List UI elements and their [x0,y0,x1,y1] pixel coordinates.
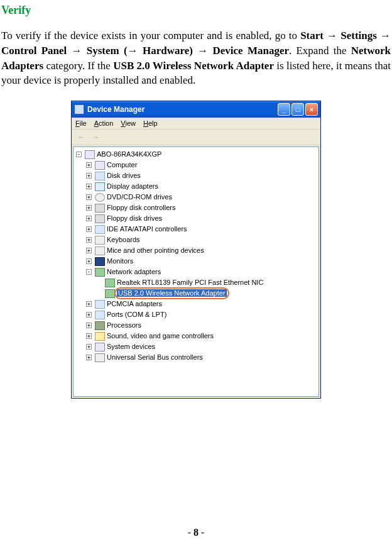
label: Computer [107,160,137,170]
spacer [96,290,102,296]
bold-dm: Device Manager [212,45,289,57]
device-icon [95,246,105,255]
tree-item[interactable]: +Display adapters [76,181,316,192]
bold-start: Start [300,30,324,41]
arrow: → [128,45,143,57]
nic-icon [105,279,115,287]
expand-icon[interactable]: + [86,216,92,221]
window-title: Device Manager [87,105,278,114]
device-tree[interactable]: - ABO-86RA34K4XGP +Computer+Disk drives+… [73,147,319,397]
expand-icon[interactable]: + [86,194,92,200]
tree-item[interactable]: +Monitors [76,256,316,267]
tree-item[interactable]: +IDE ATA/ATAPI controllers [76,224,316,235]
tree-root[interactable]: - ABO-86RA34K4XGP [76,149,316,160]
menu-view[interactable]: View [121,119,136,127]
tree-item[interactable]: +Computer [76,160,316,170]
menu-file[interactable]: File [75,119,87,127]
label: Processors [107,320,141,331]
highlighted-item: USB 2.0 Wireless Network Adapter [117,288,227,299]
label: Realtek RTL8139 Family PCI Fast Ethernet… [117,277,263,288]
expand-icon[interactable]: + [86,312,92,318]
device-icon [95,193,105,202]
bold-cp: Control Panel [1,45,67,57]
maximize-button[interactable]: □ [291,103,304,116]
bold-usb: USB 2.0 Wireless Network Adapter [113,60,274,72]
expand-icon[interactable]: + [86,226,92,232]
label: Display adapters [107,181,158,192]
nic-icon [105,289,115,298]
tree-item[interactable]: +Sound, video and game controllers [76,331,316,341]
bold-settings: Settings [340,30,377,41]
tree-item[interactable]: +PCMCIA adapters [76,299,316,309]
network-icon [95,268,105,277]
device-icon [95,257,105,266]
tree-item[interactable]: +System devices [76,341,316,352]
collapse-icon[interactable]: - [76,152,82,157]
tree-item[interactable]: +Universal Serial Bus controllers [76,352,316,363]
tree-item[interactable]: +Disk drives [76,170,316,181]
bold-hardware: Hardware [143,45,189,57]
label: Floppy disk controllers [107,202,175,213]
computer-icon [85,150,95,159]
tree-item-network[interactable]: - Network adapters [76,267,316,277]
device-icon [95,204,105,213]
arrow: → [193,45,213,57]
label: Floppy disk drives [107,213,162,224]
device-icon [95,225,105,234]
tree-item-usb-wireless[interactable]: USB 2.0 Wireless Network Adapter [76,288,316,299]
label: Disk drives [107,170,141,181]
device-icon [95,353,105,362]
arrow: → [324,30,340,41]
tree-item[interactable]: +Ports (COM & LPT) [76,309,316,320]
label: System devices [107,341,155,352]
label: Network adapters [107,267,161,277]
menu-action[interactable]: Action [94,119,114,127]
expand-icon[interactable]: + [86,355,92,360]
back-button[interactable]: ← [75,131,87,143]
tree-item-nic[interactable]: Realtek RTL8139 Family PCI Fast Ethernet… [76,277,316,288]
expand-icon[interactable]: + [86,237,92,243]
tree-item[interactable]: +Floppy disk controllers [76,202,316,213]
expand-icon[interactable]: + [86,173,92,179]
collapse-icon[interactable]: - [86,269,92,275]
label: PCMCIA adapters [107,299,162,309]
expand-icon[interactable]: + [86,248,92,253]
tree-item[interactable]: +DVD/CD-ROM drives [76,192,316,202]
lparen: ( [119,45,128,57]
label: DVD/CD-ROM drives [107,192,172,202]
tree-item[interactable]: +Keyboards [76,235,316,245]
device-icon [95,321,105,330]
label: Sound, video and game controllers [107,331,214,341]
device-icon [95,236,105,245]
text: . Expand the [289,45,351,57]
expand-icon[interactable]: + [86,184,92,189]
expand-icon[interactable]: + [86,333,92,339]
spacer [96,280,102,285]
titlebar[interactable]: Device Manager _ □ × [72,101,320,118]
expand-icon[interactable]: + [86,205,92,211]
expand-icon[interactable]: + [86,301,92,307]
text: To verify if the device exists in your c… [1,30,300,41]
menu-help[interactable]: Help [143,119,158,127]
expand-icon[interactable]: + [86,344,92,350]
close-button[interactable]: × [305,103,318,116]
device-icon [95,300,105,309]
forward-button[interactable]: → [90,131,102,143]
tree-item[interactable]: +Floppy disk drives [76,213,316,224]
label: Mice and other pointing devices [107,245,204,256]
expand-icon[interactable]: + [86,258,92,264]
device-manager-window: Device Manager _ □ × File Action View He… [71,101,321,399]
tree-item[interactable]: +Mice and other pointing devices [76,245,316,256]
selected-label: USB 2.0 Wireless Network Adapter [117,289,227,297]
expand-icon[interactable]: + [86,162,92,168]
tree-item[interactable]: +Processors [76,320,316,331]
label: Ports (COM & LPT) [107,309,166,320]
expand-icon[interactable]: + [86,323,92,328]
device-icon [95,214,105,223]
device-icon [95,182,105,191]
section-heading: Verify [1,4,391,17]
device-icon [95,311,105,319]
device-icon [95,172,105,180]
minimize-button[interactable]: _ [278,103,290,116]
menubar: File Action View Help [72,118,320,130]
